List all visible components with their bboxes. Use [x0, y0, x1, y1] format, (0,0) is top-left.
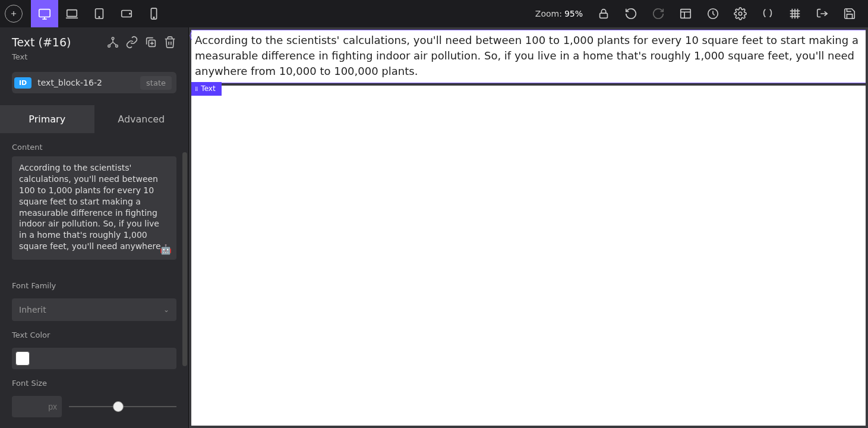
- canvas-text-block[interactable]: According to the scientists' calculation…: [191, 30, 866, 83]
- delete-icon[interactable]: [163, 36, 176, 49]
- label-font-size: Font Size: [0, 369, 188, 392]
- svg-point-13: [108, 45, 111, 48]
- code-icon[interactable]: [754, 0, 781, 27]
- duplicate-icon[interactable]: [144, 36, 157, 49]
- svg-point-11: [738, 12, 742, 15]
- svg-rect-9: [681, 10, 691, 18]
- tab-primary[interactable]: Primary: [0, 105, 94, 133]
- canvas-text-content: According to the scientists' calculation…: [195, 34, 858, 77]
- properties-panel: Text (#16) Text: [0, 27, 189, 428]
- lock-icon[interactable]: [590, 0, 617, 27]
- svg-point-14: [116, 45, 118, 48]
- state-chip[interactable]: state: [140, 76, 172, 90]
- chevron-down-icon: ⌄: [163, 306, 169, 314]
- font-size-input[interactable]: [12, 396, 62, 417]
- export-icon[interactable]: [809, 0, 836, 27]
- emoji-picker-icon[interactable]: 🤖: [160, 244, 172, 255]
- viewport-laptop-button[interactable]: [58, 0, 86, 27]
- zoom-indicator[interactable]: Zoom: 95%: [535, 9, 583, 18]
- text-color-row[interactable]: [12, 348, 176, 369]
- panel-subtitle: Text: [12, 52, 176, 61]
- element-tag[interactable]: ⁞⁞ Text: [191, 82, 222, 96]
- zoom-label-text: Zoom:: [535, 9, 562, 18]
- structure-icon[interactable]: [106, 36, 119, 49]
- tab-advanced[interactable]: Advanced: [94, 105, 189, 133]
- font-size-slider[interactable]: [69, 396, 176, 417]
- color-swatch[interactable]: [15, 351, 30, 366]
- zoom-value: 95%: [564, 9, 583, 18]
- svg-point-12: [112, 37, 114, 40]
- panel-scrollbar[interactable]: [182, 152, 187, 366]
- viewport-tablet-landscape-button[interactable]: [113, 0, 140, 27]
- slider-thumb[interactable]: [113, 401, 124, 412]
- svg-rect-0: [39, 10, 50, 17]
- grid-icon[interactable]: [781, 0, 809, 27]
- svg-rect-1: [67, 10, 77, 17]
- layout-icon[interactable]: [672, 0, 699, 27]
- undo-button[interactable]: [617, 0, 645, 27]
- panel-tabs: Primary Advanced: [0, 105, 188, 133]
- settings-icon[interactable]: [727, 0, 754, 27]
- history-icon[interactable]: [699, 0, 727, 27]
- add-button[interactable]: [5, 5, 23, 23]
- viewport-tablet-button[interactable]: [86, 0, 113, 27]
- panel-title: Text (#16): [12, 36, 71, 49]
- canvas-empty-area[interactable]: [191, 86, 866, 426]
- redo-button[interactable]: [645, 0, 672, 27]
- top-toolbar: Zoom: 95%: [0, 0, 868, 27]
- canvas-area[interactable]: According to the scientists' calculation…: [189, 27, 868, 428]
- font-family-select[interactable]: Inherit ⌄: [12, 298, 176, 321]
- svg-rect-8: [600, 13, 608, 18]
- label-font-family: Font Family: [0, 260, 188, 295]
- element-tag-label: Text: [201, 84, 215, 94]
- viewport-mobile-button[interactable]: [140, 0, 168, 27]
- svg-point-7: [153, 17, 154, 18]
- label-text-color: Text Color: [0, 321, 188, 344]
- svg-point-3: [99, 17, 99, 17]
- save-icon[interactable]: [836, 0, 863, 27]
- link-icon[interactable]: [125, 36, 138, 49]
- label-content: Content: [0, 133, 188, 156]
- id-chip: ID: [14, 77, 31, 89]
- content-textarea[interactable]: [19, 162, 169, 251]
- content-editor[interactable]: 🤖: [12, 156, 176, 260]
- font-family-value: Inherit: [19, 305, 46, 314]
- element-id-row[interactable]: ID text_block-16-2 state: [12, 72, 176, 93]
- label-font-weight: Font Weight: [0, 417, 188, 428]
- viewport-desktop-button[interactable]: [31, 0, 58, 27]
- drag-handle-icon[interactable]: ⁞⁞: [195, 86, 197, 92]
- svg-point-5: [130, 13, 130, 14]
- element-id: text_block-16-2: [37, 78, 134, 87]
